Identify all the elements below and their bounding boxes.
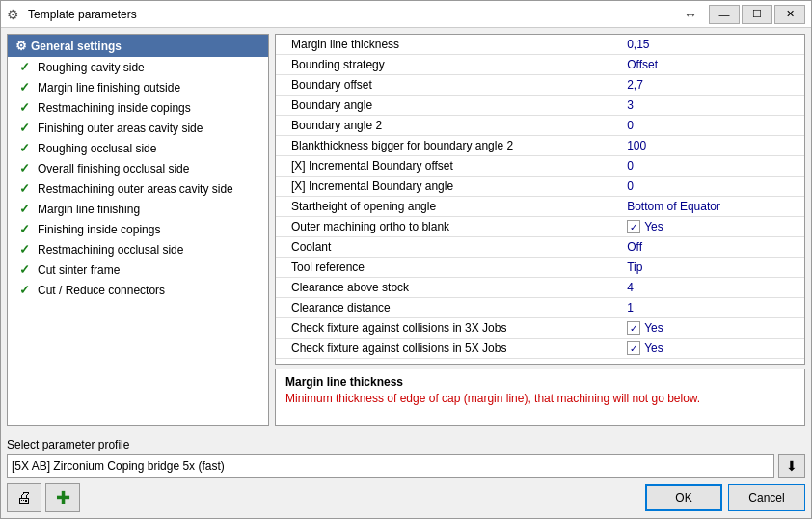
- table-row[interactable]: Check fixture against collisions in 5X J…: [276, 339, 804, 359]
- table-row[interactable]: Blankthickness bigger for boundary angle…: [276, 136, 804, 156]
- sidebar-item-label-2: Restmachining inside copings: [38, 101, 191, 115]
- param-value-0: 0,15: [619, 35, 804, 55]
- add-icon: ✚: [56, 487, 70, 508]
- param-label-11: Tool reference: [276, 258, 619, 278]
- sidebar-item-11[interactable]: ✓Cut / Reduce connectors: [8, 280, 268, 300]
- profile-label: Select parameter profile: [7, 438, 805, 451]
- print-icon: 🖨: [16, 489, 32, 506]
- info-panel: Margin line thickness Minimum thickness …: [275, 369, 805, 426]
- param-value-8: Bottom of Equator: [619, 197, 804, 217]
- sidebar-item-10[interactable]: ✓Cut sinter frame: [8, 260, 268, 280]
- sidebar-item-label-11: Cut / Reduce connectors: [38, 284, 165, 297]
- param-label-15: Check fixture against collisions in 5X J…: [276, 339, 619, 359]
- minimize-button[interactable]: —: [709, 5, 740, 24]
- table-row[interactable]: Startheight of opening angleBottom of Eq…: [276, 197, 804, 217]
- main-window: ⚙ Template parameters ↔ — ☐ ✕ ⚙ General …: [0, 0, 812, 519]
- maximize-button[interactable]: ☐: [742, 5, 772, 24]
- table-row[interactable]: Outer machining ortho to blank✓ Yes: [276, 217, 804, 237]
- profile-dropdown[interactable]: [5X AB] Zirconium Coping bridge 5x (fast…: [7, 454, 774, 478]
- profile-save-button[interactable]: ⬇: [778, 454, 805, 478]
- table-row[interactable]: Clearance distance1: [276, 298, 804, 318]
- ok-button[interactable]: OK: [645, 484, 722, 511]
- param-checkbox-9[interactable]: ✓: [627, 220, 640, 233]
- check-icon-11: ✓: [19, 283, 33, 297]
- param-label-7: [X] Incremental Boundary angle: [276, 177, 619, 197]
- print-button[interactable]: 🖨: [7, 483, 41, 512]
- param-label-8: Startheight of opening angle: [276, 197, 619, 217]
- param-value-3: 3: [619, 96, 804, 116]
- sidebar-item-8[interactable]: ✓Finishing inside copings: [8, 219, 268, 239]
- param-value-11: Tip: [619, 258, 804, 278]
- param-label-1: Bounding strategy: [276, 55, 619, 75]
- sidebar-item-7[interactable]: ✓Margin line finishing: [8, 199, 268, 219]
- table-row[interactable]: Margin line thickness0,15: [276, 35, 804, 55]
- sidebar-item-label-9: Restmachining occlusal side: [38, 243, 183, 257]
- param-label-14: Check fixture against collisions in 3X J…: [276, 318, 619, 339]
- table-row[interactable]: Clearance above stock4: [276, 278, 804, 298]
- save-icon: ⬇: [786, 458, 798, 474]
- sidebar-item-4[interactable]: ✓Roughing occlusal side: [8, 138, 268, 158]
- sidebar-item-1[interactable]: ✓Margin line finishing outside: [8, 77, 268, 97]
- gear-icon: ⚙: [15, 39, 27, 53]
- transfer-icon: ↔: [684, 7, 697, 22]
- param-value-1: Offset: [619, 55, 804, 75]
- param-label-3: Boundary angle: [276, 96, 619, 116]
- sidebar-item-label-3: Finishing outer areas cavity side: [38, 122, 203, 135]
- table-row[interactable]: [X] Incremental Boundary offset0: [276, 156, 804, 177]
- check-icon-7: ✓: [19, 202, 33, 216]
- sidebar-item-6[interactable]: ✓Restmachining outer areas cavity side: [8, 178, 268, 199]
- param-checkbox-15[interactable]: ✓: [627, 341, 640, 355]
- sidebar-item-label-5: Overall finishing occlusal side: [38, 162, 189, 176]
- table-row[interactable]: Boundary angle 20: [276, 116, 804, 136]
- left-panel: ⚙ General settings ✓Roughing cavity side…: [7, 34, 269, 426]
- title-bar-controls: — ☐ ✕: [709, 5, 805, 24]
- table-row[interactable]: Tool referenceTip: [276, 258, 804, 278]
- sidebar-item-9[interactable]: ✓Restmachining occlusal side: [8, 239, 268, 260]
- profile-row: [5X AB] Zirconium Coping bridge 5x (fast…: [7, 454, 805, 478]
- check-icon-9: ✓: [19, 242, 33, 257]
- close-button[interactable]: ✕: [774, 5, 805, 24]
- param-value-6: 0: [619, 156, 804, 177]
- table-row[interactable]: CoolantOff: [276, 237, 804, 258]
- content-area: ⚙ General settings ✓Roughing cavity side…: [1, 28, 811, 432]
- param-value-2: 2,7: [619, 75, 804, 96]
- footer-bar: 🖨 ✚ OK Cancel: [1, 478, 811, 518]
- param-checkbox-14[interactable]: ✓: [627, 321, 640, 335]
- add-button[interactable]: ✚: [45, 483, 80, 512]
- param-value-5: 100: [619, 136, 804, 156]
- param-label-6: [X] Incremental Boundary offset: [276, 156, 619, 177]
- sidebar-item-5[interactable]: ✓Overall finishing occlusal side: [8, 158, 268, 178]
- table-row[interactable]: Boundary angle3: [276, 96, 804, 116]
- param-label-12: Clearance above stock: [276, 278, 619, 298]
- sidebar-item-2[interactable]: ✓Restmachining inside copings: [8, 97, 268, 118]
- cancel-button[interactable]: Cancel: [728, 484, 805, 511]
- param-value-14: ✓ Yes: [619, 318, 804, 339]
- table-row[interactable]: Check fixture against collisions in 3X J…: [276, 318, 804, 339]
- param-label-13: Clearance distance: [276, 298, 619, 318]
- table-row[interactable]: Fixture allowance0,2: [276, 359, 804, 366]
- window-icon: ⚙: [7, 7, 22, 22]
- param-label-2: Boundary offset: [276, 75, 619, 96]
- params-table-container: Margin line thickness0,15Bounding strate…: [275, 34, 805, 365]
- sidebar-item-label-10: Cut sinter frame: [38, 263, 120, 277]
- sidebar-item-3[interactable]: ✓Finishing outer areas cavity side: [8, 118, 268, 138]
- check-icon-8: ✓: [19, 222, 33, 236]
- check-icon-4: ✓: [19, 141, 33, 155]
- check-icon-1: ✓: [19, 80, 33, 95]
- table-row[interactable]: [X] Incremental Boundary angle0: [276, 177, 804, 197]
- table-row[interactable]: Boundary offset2,7: [276, 75, 804, 96]
- param-label-9: Outer machining ortho to blank: [276, 217, 619, 237]
- general-settings-header: ⚙ General settings: [8, 35, 268, 57]
- sidebar-item-0[interactable]: ✓Roughing cavity side: [8, 57, 268, 77]
- check-icon-6: ✓: [19, 181, 33, 196]
- param-label-0: Margin line thickness: [276, 35, 619, 55]
- sidebar-item-label-7: Margin line finishing: [38, 203, 140, 216]
- params-table: Margin line thickness0,15Bounding strate…: [276, 35, 804, 365]
- table-row[interactable]: Bounding strategyOffset: [276, 55, 804, 75]
- param-value-13: 1: [619, 298, 804, 318]
- param-label-4: Boundary angle 2: [276, 116, 619, 136]
- title-bar: ⚙ Template parameters ↔ — ☐ ✕: [1, 1, 811, 28]
- param-value-15: ✓ Yes: [619, 339, 804, 359]
- left-items-container: ✓Roughing cavity side✓Margin line finish…: [8, 57, 268, 300]
- check-icon-2: ✓: [19, 100, 33, 115]
